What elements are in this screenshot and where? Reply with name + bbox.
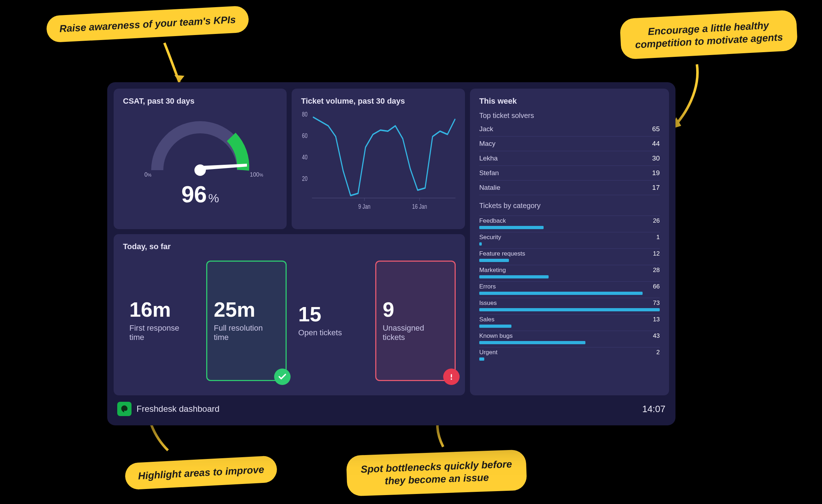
gauge-icon xyxy=(141,109,259,184)
cats-list: Feedback26Security1Feature requests12Mar… xyxy=(479,216,660,364)
svg-text:9 Jan: 9 Jan xyxy=(358,203,371,210)
card-today: Today, so far 16m First response time 25… xyxy=(114,234,465,395)
cat-name: Urgent xyxy=(479,349,497,356)
list-item: Jack65 xyxy=(479,122,660,137)
cat-value: 43 xyxy=(653,332,660,340)
cat-bar xyxy=(479,242,482,246)
list-item: Marketing28 xyxy=(479,265,660,281)
check-icon xyxy=(274,369,291,385)
today-title: Today, so far xyxy=(123,242,456,251)
cat-name: Feedback xyxy=(479,217,506,224)
cat-value: 26 xyxy=(653,217,660,224)
list-item: Security1 xyxy=(479,232,660,248)
list-item: Urgent2 xyxy=(479,347,660,364)
cat-name: Errors xyxy=(479,283,496,290)
gauge-max: 100% xyxy=(250,172,263,178)
svg-text:80: 80 xyxy=(302,110,308,118)
cat-name: Known bugs xyxy=(479,332,513,340)
volume-chart: 80 60 40 20 9 Jan 16 Jan xyxy=(301,109,455,212)
svg-marker-0 xyxy=(174,75,184,82)
cats-heading: Tickets by category xyxy=(479,202,660,210)
list-item: Macy44 xyxy=(479,137,660,151)
dashboard-frame: CSAT, past 30 days 0% 100% xyxy=(107,82,675,425)
list-item: Stefan19 xyxy=(479,166,660,181)
cat-name: Security xyxy=(479,234,501,241)
stat-value: 15 xyxy=(298,304,363,325)
stat-value: 25m xyxy=(214,299,279,320)
svg-point-5 xyxy=(194,164,206,176)
list-item: Lekha30 xyxy=(479,151,660,166)
cat-value: 12 xyxy=(653,250,660,257)
line-chart-icon: 80 60 40 20 9 Jan 16 Jan xyxy=(301,109,455,212)
callout-kpi: Raise awareness of your team's KPIs xyxy=(46,5,249,43)
stat-full-resolution: 25m Full resolution time xyxy=(206,261,287,381)
list-item: Errors66 xyxy=(479,281,660,298)
cat-value: 28 xyxy=(653,267,660,274)
list-item: Natalie17 xyxy=(479,181,660,195)
stat-label: Unassigned tickets xyxy=(383,323,448,342)
list-item: Feature requests12 xyxy=(479,248,660,265)
svg-text:60: 60 xyxy=(302,132,308,139)
svg-text:40: 40 xyxy=(302,153,308,160)
alert-icon xyxy=(443,369,460,385)
cat-bar xyxy=(479,259,509,262)
csat-gauge: 0% 100% 96% xyxy=(123,109,277,209)
gauge-value: 96% xyxy=(182,181,219,208)
stat-unassigned-tickets: 9 Unassigned tickets xyxy=(375,261,456,381)
callout-bottleneck: Spot bottlenecks quickly before they bec… xyxy=(346,449,527,496)
solvers-heading: Top ticket solvers xyxy=(479,112,660,120)
cat-bar xyxy=(479,341,586,344)
stat-value: 9 xyxy=(383,299,448,320)
dashboard-time: 14:07 xyxy=(642,404,665,415)
cat-bar xyxy=(479,325,511,328)
cat-bar xyxy=(479,357,484,361)
cat-name: Sales xyxy=(479,316,495,323)
card-this-week: This week Top ticket solvers Jack65 Macy… xyxy=(470,89,669,395)
stat-label: Open tickets xyxy=(298,328,363,337)
callout-competition: Encourage a little healthy competition t… xyxy=(620,10,798,60)
stat-label: Full resolution time xyxy=(214,323,279,342)
freshdesk-logo-icon xyxy=(117,402,132,416)
card-ticket-volume: Ticket volume, past 30 days 80 60 40 20 … xyxy=(292,89,465,229)
list-item: Feedback26 xyxy=(479,216,660,232)
list-item: Issues73 xyxy=(479,298,660,314)
stat-value: 16m xyxy=(129,299,195,320)
cat-value: 73 xyxy=(653,300,660,307)
stat-first-response: 16m First response time xyxy=(123,261,201,381)
cat-name: Marketing xyxy=(479,267,506,274)
csat-title: CSAT, past 30 days xyxy=(123,97,277,106)
cat-value: 1 xyxy=(657,234,660,241)
svg-rect-16 xyxy=(451,374,452,377)
cat-bar xyxy=(479,275,549,278)
cat-bar xyxy=(479,292,643,295)
svg-text:16 Jan: 16 Jan xyxy=(412,203,427,210)
cat-name: Feature requests xyxy=(479,250,525,257)
svg-point-17 xyxy=(451,379,452,380)
cat-bar xyxy=(479,226,544,229)
list-item: Sales13 xyxy=(479,314,660,331)
cat-value: 66 xyxy=(653,283,660,290)
cat-name: Issues xyxy=(479,300,497,307)
week-title: This week xyxy=(479,97,660,106)
stat-open-tickets: 15 Open tickets xyxy=(292,261,370,381)
dashboard-title: Freshdesk dashboard xyxy=(137,404,219,414)
gauge-min: 0% xyxy=(144,172,152,178)
card-csat: CSAT, past 30 days 0% 100% xyxy=(114,89,287,229)
stat-label: First response time xyxy=(129,323,195,342)
cat-value: 2 xyxy=(657,349,660,356)
callout-improve: Highlight areas to improve xyxy=(124,455,278,490)
solvers-list: Jack65 Macy44 Lekha30 Stefan19 Natalie17 xyxy=(479,122,660,195)
volume-title: Ticket volume, past 30 days xyxy=(301,97,455,106)
list-item: Known bugs43 xyxy=(479,331,660,347)
svg-text:20: 20 xyxy=(302,175,308,182)
cat-value: 13 xyxy=(653,316,660,323)
cat-bar xyxy=(479,308,660,311)
dashboard-footer: Freshdesk dashboard 14:07 xyxy=(114,399,669,419)
